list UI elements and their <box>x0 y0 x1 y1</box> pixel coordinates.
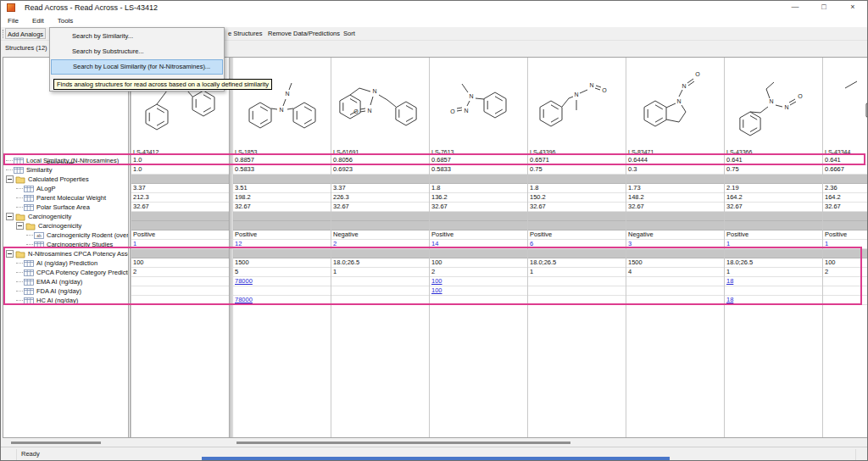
status-separator <box>855 449 856 460</box>
cell-hc-ai-LS-43366: 18 <box>725 296 822 305</box>
table-icon <box>24 278 34 286</box>
cell-cpca-potency-category-LS-43396: 1 <box>528 268 626 277</box>
tree-row-calculated-properties[interactable]: Calculated Properties <box>3 175 128 184</box>
structure-cell-LS-83471[interactable]: NNOLS-83471 <box>626 58 724 156</box>
tree-row-similarity[interactable]: Similarity <box>3 165 128 175</box>
link-carcinogenicity-studies-LS-43412[interactable]: 1 <box>133 240 136 247</box>
cell-cpca-potency-category-LS-43412: 2 <box>131 268 229 277</box>
cell-parent-molecular-weight-LS-43396: 150.2 <box>528 193 626 203</box>
grid-hscrollbar-thumb[interactable] <box>236 442 570 444</box>
tree-connector <box>6 160 13 161</box>
cell-similarity-LS-61691: 0.6923 <box>331 165 429 175</box>
cell-alogp-LS-43366: 2.19 <box>725 184 822 193</box>
link-carcinogenicity-studies-LS-43344[interactable]: 1 <box>825 240 828 247</box>
tree-row-polar-surface-area[interactable]: Polar Surface Area <box>3 203 128 212</box>
cell-polar-surface-area-LS-83471: 32.67 <box>626 203 724 212</box>
menu-item-search-by-similarity[interactable]: Search by Similarity... <box>50 29 224 44</box>
cell-local-similarity-LS-7613: 0.6857 <box>430 156 527 165</box>
structure-cell-LS-61691[interactable]: NNOLS-61691 <box>331 58 429 156</box>
cell-fda-ai-LS-83471 <box>626 286 724 296</box>
link-carcinogenicity-studies-LS-43396[interactable]: 6 <box>530 240 533 247</box>
tree-row-carcinogenicity[interactable]: Carcinogenicity <box>3 221 128 230</box>
tree-hscrollbar-thumb[interactable] <box>11 442 101 444</box>
tree-connector <box>16 197 23 198</box>
svg-text:N: N <box>279 107 283 113</box>
structure-cell-LS-43396[interactable]: NNOLS-43396 <box>528 58 626 156</box>
tree-row-local-similarity-n-nitrosamines[interactable]: Local Similarity (N-Nitrosamines) <box>3 156 128 165</box>
cell-carcinogenicity-rodent-LS-83471: Negative <box>626 230 724 240</box>
tree-row-parent-molecular-weight[interactable]: Parent Molecular Weight <box>3 193 128 203</box>
tree-row-carcinogenicity-studies[interactable]: Carcinogenicity Studies <box>3 240 128 249</box>
tree-row-ema-ai-ng-day[interactable]: EMA AI (ng/day) <box>3 277 128 286</box>
cell-hc-ai-LS-61691 <box>331 296 429 305</box>
group-band-n-nitrosamines-cpca-LS-43412 <box>131 249 229 258</box>
cell-carcinogenicity-rodent-LS-43344: Positive <box>823 230 868 240</box>
link-ema-ai-LS-7613[interactable]: 100 <box>431 277 442 285</box>
structure-cell-LS-43344[interactable]: LS-43344 <box>823 58 868 156</box>
add-analogs-button[interactable]: Add Analogs <box>5 28 46 39</box>
link-carcinogenicity-studies-LS-61691[interactable]: 2 <box>333 240 337 247</box>
link-carcinogenicity-studies-LS-7613[interactable]: 14 <box>431 240 438 247</box>
minimize-icon[interactable]: — <box>781 1 810 14</box>
structure-cell-LS-7613[interactable]: NNOLS-7613 <box>430 58 527 156</box>
collapse-icon[interactable] <box>6 213 14 220</box>
svg-text:N: N <box>367 108 371 114</box>
cell-hc-ai-LS-43344 <box>823 296 868 305</box>
link-ema-ai-LS-1853[interactable]: 78000 <box>235 277 253 285</box>
tree-row-label: FDA AI (ng/day) <box>36 287 81 295</box>
tree-row-carcinogenicity-rodent-overa[interactable]: abCarcinogenicity Rodent (overa <box>3 230 128 240</box>
group-band-n-nitrosamines-cpca-LS-43396 <box>528 249 626 258</box>
tree-row-hc-ai-ng-day[interactable]: HC AI (ng/day) <box>3 296 128 305</box>
maximize-icon[interactable]: □ <box>810 1 838 14</box>
group-band-carcinogenicity-inner-LS-61691 <box>331 221 429 230</box>
tree-row-n-nitrosamines-cpca-potency-assessm[interactable]: N-Nitrosamines CPCA Potency Assessm <box>3 249 128 258</box>
tree-row-carcinogenicity[interactable]: Carcinogenicity <box>3 212 128 221</box>
menu-edit[interactable]: Edit <box>25 14 51 27</box>
sort-button[interactable]: Sort <box>342 28 357 39</box>
group-band-carcinogenicity-inner-LS-43344 <box>823 221 868 230</box>
svg-text:N: N <box>574 92 578 97</box>
group-band-carcinogenicity-outer-LS-83471 <box>626 212 724 221</box>
structure-cell-LS-43366[interactable]: NNOLS-43366 <box>725 58 822 156</box>
collapse-icon[interactable] <box>6 250 14 258</box>
collapse-icon[interactable] <box>16 222 24 230</box>
group-band-calculated-properties-LS-43344 <box>823 175 868 184</box>
link-fda-ai-LS-7613[interactable]: 100 <box>431 286 442 294</box>
link-carcinogenicity-studies-LS-83471[interactable]: 3 <box>628 240 632 247</box>
group-band-carcinogenicity-inner-LS-43412 <box>131 221 229 230</box>
close-icon[interactable]: × <box>838 1 867 14</box>
title-bar: Read Across - Read Across - LS-43412 — □… <box>1 1 867 14</box>
tree-row-alogp[interactable]: ALogP <box>3 184 128 193</box>
column-LS-7613: NNOLS-76130.68570.58331.8136.232.67Posit… <box>429 58 527 437</box>
collapse-icon[interactable] <box>6 175 14 183</box>
structure-drawing-LS-83471: NNO <box>626 61 724 146</box>
menu-tools[interactable]: Tools <box>51 14 81 27</box>
tree-connector <box>16 188 23 189</box>
link-carcinogenicity-studies-LS-1853[interactable]: 12 <box>235 240 242 247</box>
menu-file[interactable]: File <box>1 14 25 27</box>
link-carcinogenicity-studies-LS-43366[interactable]: 1 <box>726 240 730 247</box>
remove-data-predictions-button[interactable]: Remove Data/Predictions <box>266 28 342 39</box>
link-hc-ai-LS-43366[interactable]: 18 <box>726 296 733 303</box>
cell-local-similarity-LS-61691: 0.8056 <box>331 156 429 165</box>
tree-row-ai-ng-day-prediction[interactable]: AI (ng/day) Prediction <box>3 258 128 268</box>
menu-item-search-by-substructure[interactable]: Search by Substructure... <box>50 44 224 59</box>
svg-text:O: O <box>450 108 455 114</box>
tree-connector <box>16 300 23 301</box>
cell-ema-ai-LS-7613: 100 <box>430 277 527 286</box>
link-ema-ai-LS-43366[interactable]: 18 <box>726 277 733 285</box>
structure-cell-LS-1853[interactable]: NNLS-1853 <box>233 58 331 156</box>
remove-structures-button-partial[interactable]: e Structures <box>226 28 264 39</box>
cell-parent-molecular-weight-LS-61691: 226.3 <box>331 193 429 203</box>
link-hc-ai-LS-1853[interactable]: 78000 <box>235 296 253 303</box>
structure-id-label: LS-43412 <box>133 149 159 155</box>
cell-carcinogenicity-studies-LS-43366: 1 <box>725 240 822 249</box>
cell-fda-ai-LS-1853 <box>233 286 331 296</box>
group-band-carcinogenicity-inner-LS-7613 <box>430 221 527 230</box>
menu-item-search-by-local-similarity[interactable]: Search by Local Similarity (for N-Nitros… <box>51 59 223 75</box>
svg-text:N: N <box>682 83 686 89</box>
tree-row-fda-ai-ng-day[interactable]: FDA AI (ng/day) <box>3 286 128 296</box>
table-icon <box>34 241 44 249</box>
structure-drawing-LS-1853: NN <box>233 61 331 146</box>
tree-row-cpca-potency-category-prediction[interactable]: CPCA Potency Category Prediction <box>3 268 128 277</box>
